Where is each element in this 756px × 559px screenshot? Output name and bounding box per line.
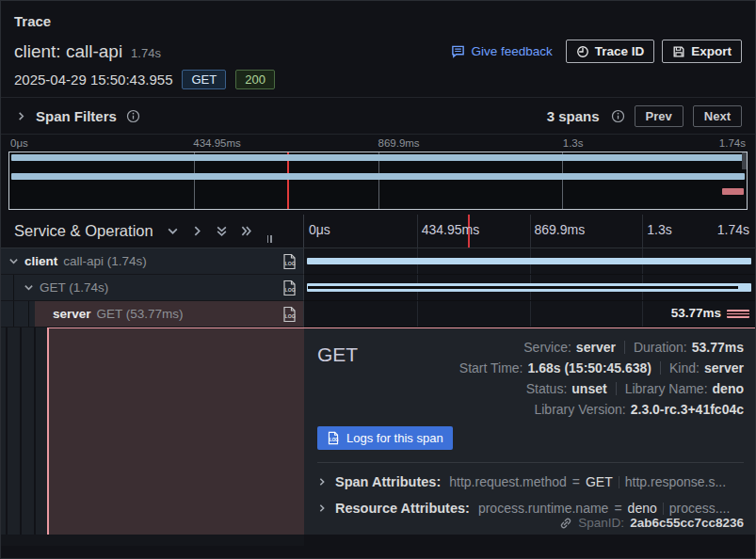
span-operation: GET (1.74s) xyxy=(40,280,108,295)
kind-value: server xyxy=(704,360,744,375)
tick-label: 1.74s xyxy=(719,137,746,149)
tick-label: 0μs xyxy=(10,137,28,149)
tick-label: 0μs xyxy=(309,222,330,237)
span-row-server[interactable]: server GET (53.77ms) LOG 53.77ms xyxy=(1,301,755,327)
span-attributes-label: Span Attributes: xyxy=(335,474,441,489)
library-name-value: deno xyxy=(713,381,744,396)
trace-minimap: 0μs 434.95ms 869.9ms 1.3s 1.74s xyxy=(1,135,755,215)
tick-label: 869.9ms xyxy=(378,137,420,149)
span-filters-toggle[interactable]: Span Filters xyxy=(16,108,140,124)
svg-text:LOG: LOG xyxy=(330,438,339,442)
span-bar-get[interactable] xyxy=(307,283,751,292)
span-operation: call-api (1.74s) xyxy=(63,254,147,268)
tick-label: 869.9ms xyxy=(535,222,586,237)
log-badge-icon[interactable]: LOG xyxy=(281,306,298,323)
span-overview-fields: Service: server Duration: 53.77ms Start … xyxy=(459,338,744,417)
span-id-value: 2ab6c55cc7cc8236 xyxy=(630,516,744,530)
trace-panel: Trace client: call-api 1.74s Give feedba… xyxy=(0,0,756,559)
info-icon[interactable] xyxy=(611,109,625,123)
kind-label: Kind: xyxy=(669,360,700,375)
resource-attributes-label: Resource Attributes: xyxy=(335,501,470,516)
http-status-badge: 200 xyxy=(235,70,275,89)
service-label: Service: xyxy=(523,340,571,355)
panel-title: Trace xyxy=(14,13,742,29)
start-time-label: Start Time: xyxy=(459,360,523,375)
info-icon[interactable] xyxy=(126,109,140,123)
span-service: client xyxy=(24,254,57,268)
trace-header: Trace client: call-api 1.74s Give feedba… xyxy=(1,1,755,97)
status-label: Status: xyxy=(526,381,568,396)
chevron-down-icon[interactable] xyxy=(8,256,19,266)
library-name-label: Library Name: xyxy=(625,381,708,396)
span-bar-client[interactable] xyxy=(307,258,751,264)
resource-attributes-expander[interactable]: Resource Attributes: process.runtime.nam… xyxy=(317,501,744,516)
next-span-button[interactable]: Next xyxy=(693,105,742,127)
svg-text:LOG: LOG xyxy=(285,261,296,266)
link-icon[interactable] xyxy=(559,517,572,530)
expand-one-icon[interactable] xyxy=(191,225,203,237)
ruler-divider xyxy=(417,215,418,248)
ruler-divider xyxy=(530,215,531,248)
duration-value: 53.77ms xyxy=(692,340,744,355)
minimap-span-bar-get xyxy=(11,173,745,180)
prev-span-button[interactable]: Prev xyxy=(635,105,684,127)
status-value: unset xyxy=(571,381,606,396)
export-button[interactable]: Export xyxy=(662,40,742,63)
tick-label: 1.74s xyxy=(717,222,749,237)
tick-label: 434.95ms xyxy=(422,222,479,237)
duration-label: Duration: xyxy=(634,340,687,355)
chevron-right-icon xyxy=(317,503,327,513)
attribute-key: process.runtime.name xyxy=(478,501,609,516)
collapse-all-icon[interactable] xyxy=(216,225,228,237)
minimap-gridline xyxy=(562,152,563,209)
minimap-viewport[interactable] xyxy=(8,152,748,210)
log-badge-icon[interactable]: LOG xyxy=(281,253,298,270)
trace-duration: 1.74s xyxy=(131,46,161,60)
service-value: server xyxy=(576,340,616,355)
minimap-cursor-line xyxy=(287,152,289,209)
span-detail-left-gutter xyxy=(1,327,304,546)
span-id-row: SpanID: 2ab6c55cc7cc8236 xyxy=(559,516,744,530)
log-file-icon: LOG xyxy=(327,431,340,445)
tick-label: 1.3s xyxy=(647,222,671,237)
collapse-one-icon[interactable] xyxy=(167,225,179,237)
tick-label: 434.95ms xyxy=(193,137,241,149)
attribute-more: http.response.s... xyxy=(625,474,726,489)
span-rows: client call-api (1.74s) LOG GET (1.74s) xyxy=(1,248,755,327)
span-count: 3 spans xyxy=(547,108,600,124)
chevron-right-icon xyxy=(16,111,26,121)
attribute-value: GET xyxy=(586,474,613,489)
minimap-ticks: 0μs 434.95ms 869.9ms 1.3s 1.74s xyxy=(8,137,748,152)
expand-all-icon[interactable] xyxy=(240,225,252,237)
library-version-label: Library Version: xyxy=(534,402,625,417)
span-detail-panel: GET Service: server Duration: 53.77ms St… xyxy=(304,327,755,535)
attribute-key: http.request.method xyxy=(449,474,567,489)
span-duration-label: 53.77ms xyxy=(671,306,721,320)
logs-for-span-button[interactable]: LOG Logs for this span xyxy=(317,426,453,450)
minimap-drag-handle[interactable] xyxy=(742,152,747,169)
http-method-badge: GET xyxy=(182,70,226,89)
span-attributes-expander[interactable]: Span Attributes: http.request.method = G… xyxy=(317,474,744,489)
copy-icon xyxy=(576,45,589,58)
give-feedback-link[interactable]: Give feedback xyxy=(451,44,552,58)
log-badge-icon[interactable]: LOG xyxy=(281,280,298,296)
trace-title: client: call-api xyxy=(14,41,122,62)
trace-id-button[interactable]: Trace ID xyxy=(566,40,655,63)
timeline-ruler[interactable]: 0μs 434.95ms 869.9ms 1.3s 1.74s xyxy=(304,215,755,248)
span-filters-bar: Span Filters 3 spans Prev Next xyxy=(1,97,755,135)
attribute-value: deno xyxy=(628,501,657,516)
minimap-span-bar-client xyxy=(11,154,745,161)
save-icon xyxy=(672,45,685,58)
timeline-header: Service & Operation xyxy=(1,215,755,248)
svg-text:LOG: LOG xyxy=(285,313,296,319)
span-filters-title: Span Filters xyxy=(36,108,117,124)
chevron-down-icon[interactable] xyxy=(24,282,34,293)
span-operation: GET (53.77ms) xyxy=(97,307,184,321)
span-row-client[interactable]: client call-api (1.74s) LOG xyxy=(1,248,755,275)
span-row-get[interactable]: GET (1.74s) LOG xyxy=(1,275,755,301)
span-bar-server[interactable] xyxy=(727,310,749,318)
selected-span-highlight xyxy=(47,327,304,535)
span-id-label: SpanID: xyxy=(578,516,624,530)
trace-start-timestamp: 2025-04-29 15:50:43.955 xyxy=(14,72,172,88)
column-resize-handle[interactable] xyxy=(267,235,272,243)
